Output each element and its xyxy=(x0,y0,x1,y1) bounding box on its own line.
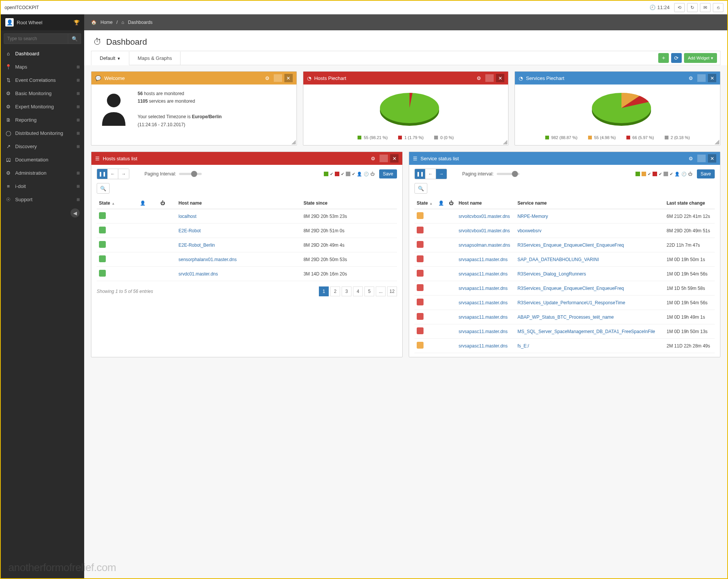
widget-header[interactable]: 💬 Welcome ⚙ ✕ xyxy=(91,72,297,85)
page-2[interactable]: 2 xyxy=(330,286,340,296)
power-icon[interactable]: ⏻ xyxy=(688,172,692,176)
sidebar-item-dashboard[interactable]: ⌂Dashboard xyxy=(1,47,84,60)
sidebar-user[interactable]: 👤 Root Wheel 🏆 xyxy=(1,14,84,30)
service-link[interactable]: MS_SQL_Server_SpaceManagement_DB_DATA1_F… xyxy=(518,329,655,334)
tab-default[interactable]: Default▼ xyxy=(91,52,129,65)
refresh-button[interactable]: ⟳ xyxy=(671,53,682,63)
prev-icon[interactable]: ← xyxy=(425,169,436,179)
paging-slider[interactable] xyxy=(179,173,202,175)
search-button[interactable]: 🔍 xyxy=(68,33,81,44)
prev-icon[interactable]: ← xyxy=(108,169,118,179)
host-link[interactable]: srvsapasc11.master.dns xyxy=(458,257,507,262)
page-12[interactable]: 12 xyxy=(387,286,397,296)
collapse-icon[interactable] xyxy=(485,74,494,82)
widget-header[interactable]: ◔ Hosts Piechart ⚙ ✕ xyxy=(303,72,508,85)
next-icon[interactable]: → xyxy=(436,169,447,179)
add-tab-button[interactable]: ＋ xyxy=(658,53,669,63)
sidebar-item-reporting[interactable]: 🗎Reporting⊞ xyxy=(1,113,84,127)
close-icon[interactable]: ✕ xyxy=(708,74,716,82)
host-link[interactable]: srvoitcvbox01.master.dns xyxy=(458,214,510,219)
gear-icon[interactable]: ⚙ xyxy=(687,74,695,82)
host-link[interactable]: srvoitcvbox01.master.dns xyxy=(458,228,510,233)
host-link[interactable]: srvdc01.master.dns xyxy=(179,271,218,277)
sidebar-item-i-doit[interactable]: ≡i-doit⊞ xyxy=(1,180,84,193)
resize-handle[interactable] xyxy=(715,140,719,144)
sidebar-item-support[interactable]: ☉Support⊞ xyxy=(1,193,84,206)
service-link[interactable]: R3Services_Update_PerformanceU1_Response… xyxy=(518,300,625,305)
collapse-icon[interactable] xyxy=(697,155,706,162)
user-icon[interactable]: 👤 xyxy=(675,172,680,177)
sidebar-item-administration[interactable]: ⚙Administration⊞ xyxy=(1,166,84,180)
service-link[interactable]: fs_E:/ xyxy=(518,343,529,349)
page-3[interactable]: 3 xyxy=(342,286,351,296)
service-link[interactable]: R3Services_Enqueue_EnqueueClient_Enqueue… xyxy=(518,243,624,248)
page-4[interactable]: 4 xyxy=(353,286,363,296)
resize-handle[interactable] xyxy=(291,140,296,144)
col-service[interactable]: Service name xyxy=(515,197,664,209)
gear-icon[interactable]: ⚙ xyxy=(687,154,695,163)
search-toggle[interactable]: 🔍 xyxy=(97,183,110,194)
host-link[interactable]: srvsapasc11.master.dns xyxy=(458,343,507,349)
col-hostname[interactable]: Host name xyxy=(176,197,301,209)
add-widget-button[interactable]: Add Widget ▾ xyxy=(684,53,717,63)
host-link[interactable]: srvsapasc11.master.dns xyxy=(458,271,507,277)
service-link[interactable]: R3Services_Enqueue_EnqueueClient_Enqueue… xyxy=(518,286,624,291)
refresh-icon[interactable]: ↻ xyxy=(687,3,698,12)
host-link[interactable]: srvsapasc11.master.dns xyxy=(458,315,507,320)
close-icon[interactable]: ✕ xyxy=(496,74,504,82)
collapse-icon[interactable] xyxy=(380,155,388,162)
search-toggle[interactable]: 🔍 xyxy=(414,183,427,194)
pause-icon[interactable]: ❚❚ xyxy=(415,169,425,179)
col-state[interactable]: State▲ xyxy=(414,197,436,209)
col-state[interactable]: State▲ xyxy=(97,197,138,209)
power-icon[interactable]: ⏻ xyxy=(370,172,375,176)
service-link[interactable]: NRPE-Memory xyxy=(518,214,548,219)
resize-handle[interactable] xyxy=(503,140,507,144)
tab-maps-graphs[interactable]: Maps & Graphs xyxy=(129,52,180,65)
widget-header[interactable]: ◔ Services Piechart ⚙ ✕ xyxy=(515,72,720,85)
collapse-icon[interactable] xyxy=(274,74,282,82)
host-link[interactable]: E2E-Robot xyxy=(179,228,201,233)
paging-slider[interactable] xyxy=(497,173,519,175)
host-link[interactable]: E2E-Robot_Berlin xyxy=(179,243,215,248)
sidebar-item-documentation[interactable]: 🕮Documentation xyxy=(1,153,84,166)
page-1[interactable]: 1 xyxy=(319,286,329,296)
host-link[interactable]: srvsapasc11.master.dns xyxy=(458,329,507,334)
service-link[interactable]: R3Services_Dialog_LongRunners xyxy=(518,271,586,277)
close-icon[interactable]: ✕ xyxy=(284,74,293,82)
host-link[interactable]: srvsapasc11.master.dns xyxy=(458,286,507,291)
col-down[interactable]: ⏻ xyxy=(158,197,176,209)
search-input[interactable] xyxy=(4,33,68,44)
sidebar-item-discovery[interactable]: ↗Discovery⊞ xyxy=(1,140,84,153)
host-link[interactable]: localhost xyxy=(179,214,196,219)
user-icon[interactable]: 👤 xyxy=(357,172,362,177)
sidebar-item-event-correlations[interactable]: ⇅Event Correlations⊞ xyxy=(1,74,84,87)
next-icon[interactable]: → xyxy=(118,169,129,179)
widget-header[interactable]: ☰ Service status list ⚙ ✕ xyxy=(409,152,720,165)
collapse-icon[interactable]: ◀ xyxy=(71,208,80,218)
breadcrumb-dashboards[interactable]: Dashboards xyxy=(128,20,153,25)
filter-crit[interactable] xyxy=(653,172,657,176)
filter-unreach[interactable] xyxy=(346,172,350,176)
filter-warn[interactable] xyxy=(642,172,646,176)
sidebar-item-basic-monitoring[interactable]: ⚙Basic Monitoring⊞ xyxy=(1,87,84,100)
save-button[interactable]: Save xyxy=(379,169,397,178)
host-link[interactable]: srvsapsolman.master.dns xyxy=(458,243,510,248)
filter-up[interactable] xyxy=(324,172,328,176)
close-icon[interactable]: ✕ xyxy=(708,154,716,163)
mail-icon[interactable]: ✉ xyxy=(700,3,711,12)
col-last[interactable]: Last state change xyxy=(664,197,715,209)
col-down[interactable]: ⏻ xyxy=(447,197,456,209)
page-5[interactable]: 5 xyxy=(364,286,374,296)
breadcrumb-home[interactable]: Home xyxy=(100,20,113,25)
service-link[interactable]: ABAP_WP_Status_BTC_Processes_teiit_name xyxy=(518,315,614,320)
gear-icon[interactable]: ⚙ xyxy=(369,154,377,163)
sidebar-item-maps[interactable]: 📍Maps⊞ xyxy=(1,60,84,74)
page-...[interactable]: ... xyxy=(376,286,386,296)
col-since[interactable]: State since xyxy=(301,197,397,209)
gear-icon[interactable]: ⚙ xyxy=(475,74,483,82)
sidebar-item-expert-monitoring[interactable]: ⚙Expert Monitoring⊞ xyxy=(1,100,84,113)
filter-ok[interactable] xyxy=(635,172,640,176)
retweet-icon[interactable]: ⟲ xyxy=(674,3,685,12)
close-icon[interactable]: ✕ xyxy=(390,154,399,163)
